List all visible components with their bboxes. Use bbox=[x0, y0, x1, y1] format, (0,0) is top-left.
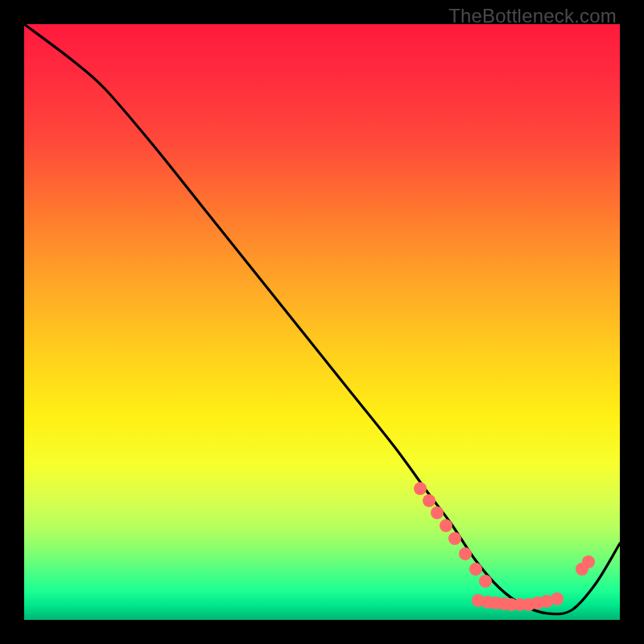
curve-marker bbox=[448, 532, 461, 545]
curve-marker bbox=[582, 555, 595, 568]
curve-marker bbox=[423, 494, 436, 507]
curve-marker bbox=[469, 563, 482, 576]
curve-svg bbox=[24, 24, 620, 620]
watermark-text: TheBottleneck.com bbox=[448, 5, 617, 27]
curve-marker bbox=[551, 592, 564, 605]
curve-marker bbox=[459, 547, 472, 560]
curve-marker bbox=[440, 519, 452, 532]
curve-marker bbox=[414, 482, 427, 495]
curve-marker bbox=[479, 575, 492, 588]
bottleneck-curve bbox=[24, 24, 620, 614]
curve-marker bbox=[431, 506, 444, 519]
chart-frame: TheBottleneck.com bbox=[0, 0, 644, 644]
plot-area bbox=[24, 24, 620, 620]
